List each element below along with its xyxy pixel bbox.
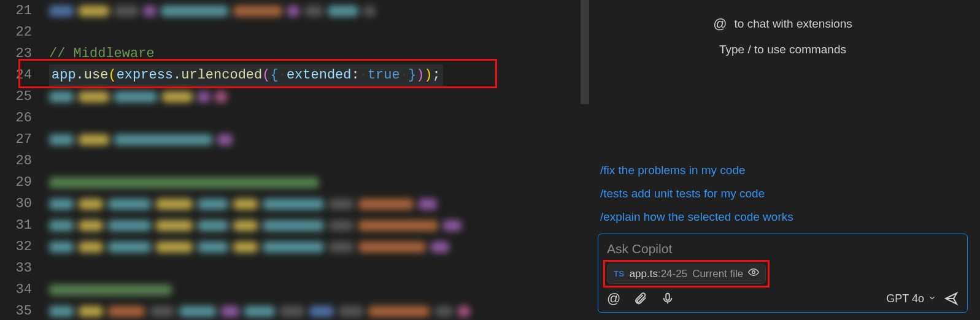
hint-commands: Type / to use commands xyxy=(719,43,846,56)
code-line xyxy=(49,220,589,231)
context-chip[interactable]: TS app.ts:24-25 Current file xyxy=(607,264,766,284)
model-label: GPT 4o xyxy=(886,292,924,305)
line-number: 29 xyxy=(0,172,49,193)
chat-input-box[interactable]: Ask Copilot TS app.ts:24-25 Current file… xyxy=(598,234,968,313)
code-line xyxy=(49,242,589,253)
code-editor[interactable]: 21 22 23 // Middleware 24 app.use(expres… xyxy=(0,0,589,320)
at-icon: @ xyxy=(713,17,727,31)
suggestion-explain[interactable]: /explain how the selected code works xyxy=(598,205,968,229)
code-line xyxy=(49,199,589,210)
code-line xyxy=(49,134,589,145)
chat-toolbar: @ GPT 4o xyxy=(607,291,959,306)
line-number: 31 xyxy=(0,215,49,236)
code-line xyxy=(49,177,589,188)
chat-hints: @ to chat with extensions Type / to use … xyxy=(598,17,968,69)
context-file: app.ts xyxy=(630,268,658,280)
svg-rect-1 xyxy=(666,294,670,300)
chat-suggestions: /fix the problems in my code /tests add … xyxy=(598,159,968,229)
line-number: 22 xyxy=(0,21,49,43)
code-line-comment: // Middleware xyxy=(49,43,589,64)
send-button[interactable] xyxy=(944,291,959,306)
code-line xyxy=(49,6,589,17)
line-number: 21 xyxy=(0,0,49,21)
code-line xyxy=(49,306,589,317)
line-number: 30 xyxy=(0,193,49,215)
context-scope: Current file xyxy=(692,268,743,280)
mic-button[interactable] xyxy=(661,292,674,305)
code-line xyxy=(49,284,589,295)
typescript-badge: TS xyxy=(614,269,625,278)
app-root: 21 22 23 // Middleware 24 app.use(expres… xyxy=(0,0,980,320)
attach-button[interactable] xyxy=(634,292,647,305)
chat-input[interactable]: Ask Copilot xyxy=(607,242,959,256)
mention-button[interactable]: @ xyxy=(607,292,620,305)
line-number: 27 xyxy=(0,129,49,150)
chevron-down-icon xyxy=(928,292,936,305)
line-number: 26 xyxy=(0,107,49,129)
hint-extensions: to chat with extensions xyxy=(735,17,852,31)
eye-icon[interactable] xyxy=(748,267,759,281)
line-number: 23 xyxy=(0,43,49,64)
copilot-chat-panel: @ to chat with extensions Type / to use … xyxy=(589,0,980,320)
code-line xyxy=(49,91,589,102)
context-range: :24-25 xyxy=(658,268,687,280)
line-number: 28 xyxy=(0,150,49,172)
suggestion-tests[interactable]: /tests add unit tests for my code xyxy=(598,182,968,205)
line-number: 32 xyxy=(0,236,49,257)
model-picker[interactable]: GPT 4o xyxy=(886,292,936,305)
line-number: 25 xyxy=(0,86,49,107)
suggestion-fix[interactable]: /fix the problems in my code xyxy=(598,159,968,182)
line-number: 24 xyxy=(0,64,49,86)
svg-point-0 xyxy=(752,271,755,274)
line-number: 35 xyxy=(0,300,49,320)
line-number: 34 xyxy=(0,279,49,300)
line-number: 33 xyxy=(0,257,49,279)
code-line-selected[interactable]: app.use(express.urlencoded({·extended:·t… xyxy=(49,64,589,86)
